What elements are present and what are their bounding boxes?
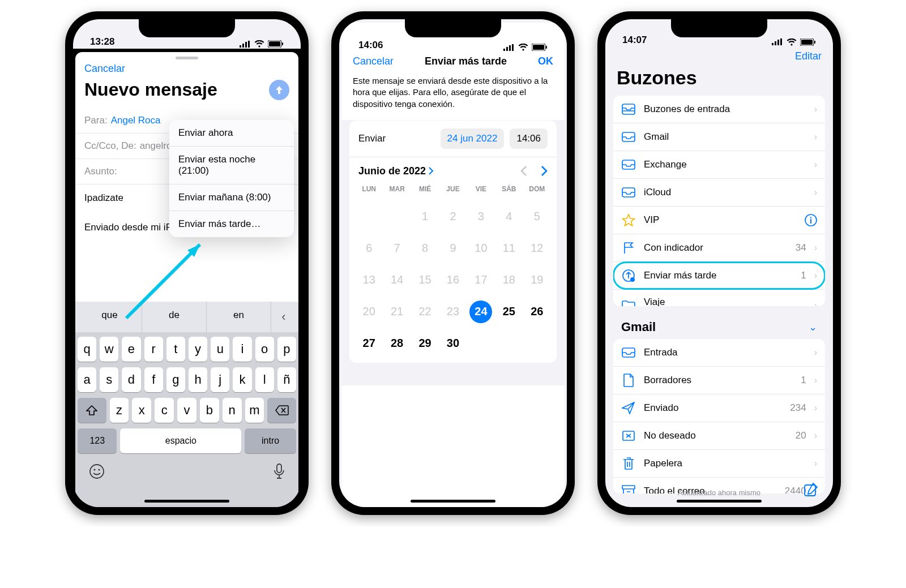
day-2[interactable]: 2: [439, 205, 467, 228]
send-button[interactable]: [269, 80, 289, 100]
home-indicator[interactable]: [411, 500, 495, 503]
key-j[interactable]: j: [211, 367, 229, 392]
day-15[interactable]: 15: [411, 269, 439, 291]
day-11[interactable]: 11: [495, 237, 523, 260]
day-23[interactable]: 23: [439, 301, 467, 323]
day-21[interactable]: 21: [383, 301, 411, 323]
home-indicator[interactable]: [144, 500, 229, 503]
key-a[interactable]: a: [78, 367, 96, 392]
key-v[interactable]: v: [177, 398, 196, 423]
key-ñ[interactable]: ñ: [277, 367, 296, 392]
compose-button[interactable]: [804, 482, 818, 499]
key-o[interactable]: o: [255, 337, 274, 362]
space-key[interactable]: espacio: [120, 428, 241, 453]
day-19[interactable]: 19: [523, 269, 551, 291]
day-25[interactable]: 25: [495, 301, 523, 323]
day-3[interactable]: 3: [467, 205, 495, 228]
day-18[interactable]: 18: [495, 269, 523, 291]
day-20[interactable]: 20: [355, 301, 383, 323]
day-6[interactable]: 6: [355, 237, 383, 260]
numbers-key[interactable]: 123: [78, 428, 117, 453]
next-month-button[interactable]: [541, 166, 548, 176]
key-b[interactable]: b: [200, 398, 219, 423]
row-inbox[interactable]: Entrada ›: [613, 339, 825, 367]
key-y[interactable]: y: [189, 337, 207, 362]
key-e[interactable]: e: [122, 337, 140, 362]
day-13[interactable]: 13: [355, 269, 383, 291]
suggestion-collapse[interactable]: ‹: [271, 302, 296, 332]
suggestion-1[interactable]: que: [78, 302, 142, 332]
day-12[interactable]: 12: [523, 237, 551, 260]
key-u[interactable]: u: [211, 337, 229, 362]
info-icon[interactable]: [805, 214, 817, 226]
date-pill[interactable]: 24 jun 2022: [441, 128, 505, 149]
day-17[interactable]: 17: [467, 269, 495, 291]
day-10[interactable]: 10: [467, 237, 495, 260]
key-z[interactable]: z: [110, 398, 129, 423]
key-l[interactable]: l: [255, 367, 274, 392]
day-24[interactable]: 24: [467, 301, 495, 323]
key-n[interactable]: n: [223, 398, 242, 423]
day-1[interactable]: 1: [411, 205, 439, 228]
key-m[interactable]: m: [245, 398, 264, 423]
prev-month-button[interactable]: [520, 166, 527, 176]
key-h[interactable]: h: [189, 367, 207, 392]
day-26[interactable]: 26: [523, 301, 551, 323]
backspace-key[interactable]: [267, 398, 296, 423]
row-trash[interactable]: Papelera ›: [613, 450, 825, 478]
key-p[interactable]: p: [277, 337, 296, 362]
row-gmail[interactable]: Gmail ›: [613, 123, 825, 151]
row-viaje[interactable]: Viaje Gmail ›: [613, 290, 825, 306]
month-selector[interactable]: Junio de 2022: [358, 165, 434, 177]
key-i[interactable]: i: [233, 337, 251, 362]
intro-key[interactable]: intro: [245, 428, 296, 453]
day-16[interactable]: 16: [439, 269, 467, 291]
dictation-key[interactable]: [273, 463, 285, 483]
row-send-later[interactable]: Enviar más tarde 1 ›: [613, 262, 825, 290]
edit-button[interactable]: Editar: [795, 50, 822, 62]
menu-send-tonight[interactable]: Enviar esta noche (21:00): [169, 147, 294, 184]
row-flagged[interactable]: Con indicador 34 ›: [613, 234, 825, 262]
key-x[interactable]: x: [132, 398, 151, 423]
key-f[interactable]: f: [144, 367, 163, 392]
home-indicator[interactable]: [677, 500, 762, 503]
row-icloud[interactable]: iCloud ›: [613, 179, 825, 207]
key-s[interactable]: s: [100, 367, 118, 392]
day-30[interactable]: 30: [439, 332, 467, 355]
cancel-button[interactable]: Cancelar: [353, 55, 394, 67]
row-junk[interactable]: No deseado 20 ›: [613, 422, 825, 450]
day-29[interactable]: 29: [411, 332, 439, 355]
day-28[interactable]: 28: [383, 332, 411, 355]
ok-button[interactable]: OK: [538, 55, 553, 67]
cancel-button[interactable]: Cancelar: [84, 63, 125, 75]
section-gmail-header[interactable]: Gmail ⌄: [605, 320, 833, 339]
suggestion-3[interactable]: en: [207, 302, 271, 332]
suggestion-2[interactable]: de: [142, 302, 207, 332]
row-vip[interactable]: VIP: [613, 207, 825, 234]
key-w[interactable]: w: [100, 337, 118, 362]
shift-key[interactable]: [78, 398, 106, 423]
key-t[interactable]: t: [166, 337, 185, 362]
menu-send-now[interactable]: Enviar ahora: [169, 120, 294, 147]
row-exchange[interactable]: Exchange ›: [613, 151, 825, 179]
day-27[interactable]: 27: [355, 332, 383, 355]
day-5[interactable]: 5: [523, 205, 551, 228]
row-sent[interactable]: Enviado 234 ›: [613, 394, 825, 422]
day-7[interactable]: 7: [383, 237, 411, 260]
day-22[interactable]: 22: [411, 301, 439, 323]
day-8[interactable]: 8: [411, 237, 439, 260]
emoji-key[interactable]: [89, 463, 105, 483]
day-14[interactable]: 14: [383, 269, 411, 291]
day-9[interactable]: 9: [439, 237, 467, 260]
key-c[interactable]: c: [155, 398, 174, 423]
key-q[interactable]: q: [78, 337, 96, 362]
day-4[interactable]: 4: [495, 205, 523, 228]
row-all-inboxes[interactable]: Buzones de entrada ›: [613, 96, 825, 123]
key-r[interactable]: r: [144, 337, 163, 362]
row-drafts[interactable]: Borradores 1 ›: [613, 367, 825, 394]
time-pill[interactable]: 14:06: [510, 128, 548, 149]
key-g[interactable]: g: [166, 367, 185, 392]
menu-send-later[interactable]: Enviar más tarde…: [169, 211, 294, 237]
key-k[interactable]: k: [233, 367, 251, 392]
menu-send-tomorrow[interactable]: Enviar mañana (8:00): [169, 184, 294, 211]
